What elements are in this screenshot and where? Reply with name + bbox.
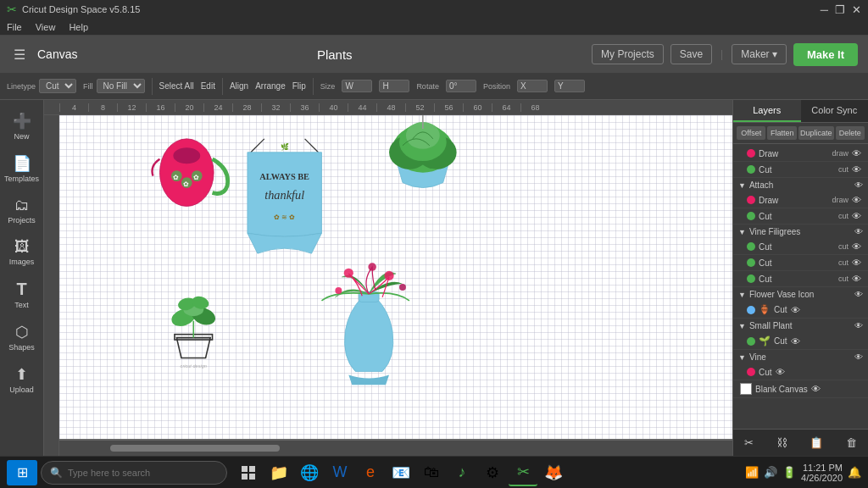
start-button[interactable]: ⊞: [7, 460, 37, 485]
group-visibility-icon[interactable]: 👁: [854, 290, 863, 299]
menu-help[interactable]: Help: [69, 22, 88, 32]
group-header-vine-filigrees[interactable]: ▼ Vine Filigrees 👁: [733, 225, 868, 239]
save-button[interactable]: Save: [670, 44, 712, 64]
close-button[interactable]: ✕: [852, 3, 861, 16]
svg-point-0: [159, 139, 214, 207]
layer-item-cut1[interactable]: Cut cut 👁: [733, 162, 868, 178]
layer-visibility-icon[interactable]: 👁: [852, 274, 861, 284]
x-input[interactable]: [517, 80, 548, 92]
layer-item-cut2[interactable]: Cut cut 👁: [733, 208, 868, 225]
make-it-button[interactable]: Make It: [793, 43, 858, 66]
layer-visibility-icon[interactable]: 👁: [852, 258, 861, 268]
clock-display[interactable]: 11:21 PM 4/26/2020: [801, 463, 843, 483]
layer-visibility-icon[interactable]: 👁: [852, 195, 861, 205]
layer-item-blank-canvas[interactable]: Blank Canvas 👁: [733, 380, 868, 398]
flip-button[interactable]: Flip: [292, 81, 306, 91]
tab-layers[interactable]: Layers: [733, 100, 801, 122]
taskbar-app-spotify[interactable]: ♪: [448, 459, 476, 486]
layer-visibility-icon[interactable]: 👁: [852, 148, 861, 158]
layer-visibility-icon[interactable]: 👁: [791, 305, 800, 315]
height-input[interactable]: [379, 80, 409, 92]
select-all-button[interactable]: Select All: [159, 81, 194, 91]
taskbar-app-word[interactable]: W: [326, 459, 354, 486]
layer-item-cut6[interactable]: 🏺 Cut 👁: [733, 302, 868, 319]
layer-item-cut5[interactable]: Cut cut 👁: [733, 271, 868, 287]
taskbar-app-task-view[interactable]: [234, 459, 263, 486]
canvas-scrollbar-horizontal[interactable]: [59, 441, 732, 456]
network-icon[interactable]: 📶: [745, 466, 759, 479]
layer-item-cut3[interactable]: Cut cut 👁: [733, 239, 868, 255]
edit-button[interactable]: Edit: [201, 81, 215, 91]
search-input[interactable]: [68, 468, 218, 478]
taskbar-app-edge[interactable]: 🌐: [295, 459, 324, 486]
layer-visibility-icon[interactable]: 👁: [791, 336, 800, 347]
panel-bottom-btn1[interactable]: ✂: [744, 436, 754, 449]
rotate-input[interactable]: [446, 80, 476, 92]
layer-item-cut8[interactable]: Cut 👁: [733, 364, 868, 380]
taskbar-apps: 📁 🌐 W e 📧 🛍 ♪ ⚙ ✂ 🦊: [234, 459, 568, 486]
group-header-vine[interactable]: ▼ Vine 👁: [733, 350, 868, 364]
group-header-small-plant[interactable]: ▼ Small Plant 👁: [733, 319, 868, 333]
y-input[interactable]: [554, 80, 585, 92]
menu-file[interactable]: File: [7, 22, 22, 32]
layer-item-cut4[interactable]: Cut cut 👁: [733, 255, 868, 271]
arrange-button[interactable]: Arrange: [255, 81, 286, 91]
group-header-flower-vase[interactable]: ▼ Flower Vase Icon 👁: [733, 287, 868, 302]
layer-item-cut7[interactable]: 🌱 Cut 👁: [733, 333, 868, 350]
my-projects-button[interactable]: My Projects: [592, 44, 664, 64]
sidebar-item-new[interactable]: ➕ New: [3, 107, 42, 146]
sidebar-item-text[interactable]: T Text: [3, 274, 42, 314]
canvas-area[interactable]: 4 8 12 16 20 24 28 32 36 40 44 48 52 56 …: [44, 100, 732, 456]
layer-item-draw1[interactable]: Draw draw 👁: [733, 146, 868, 162]
linetype-select[interactable]: Cut: [39, 79, 76, 93]
taskbar-app-ie[interactable]: e: [356, 459, 385, 486]
volume-icon[interactable]: 🔊: [764, 466, 777, 479]
align-button[interactable]: Align: [230, 81, 248, 91]
maker-dropdown-button[interactable]: Maker ▾: [732, 44, 787, 64]
layer-visibility-icon[interactable]: 👁: [852, 241, 861, 252]
group-header-attach[interactable]: ▼ Attach 👁: [733, 178, 868, 192]
layer-visibility-icon[interactable]: 👁: [852, 211, 861, 221]
hamburger-menu-button[interactable]: ☰: [10, 45, 29, 64]
width-input[interactable]: [342, 80, 372, 92]
taskbar-app-cricut[interactable]: ✂: [509, 459, 537, 486]
sidebar-item-images[interactable]: 🖼 Images: [3, 233, 42, 271]
delete-button[interactable]: Delete: [836, 126, 865, 140]
restore-button[interactable]: ❐: [835, 3, 845, 16]
layer-icon: 🌱: [759, 336, 771, 347]
sidebar-item-templates[interactable]: 📄 Templates: [3, 149, 42, 188]
group-visibility-icon[interactable]: 👁: [854, 321, 863, 330]
fill-select[interactable]: No Fill: [97, 79, 145, 93]
notifications-icon[interactable]: 🔔: [848, 466, 861, 479]
layer-visibility-icon[interactable]: 👁: [852, 164, 861, 175]
taskbar-app-file-explorer[interactable]: 📁: [264, 459, 293, 486]
canvas-grid[interactable]: ✿ ✿ ✿ ALWAYS BE thankful: [59, 115, 732, 439]
offset-button[interactable]: Offset: [737, 126, 765, 140]
layer-item-draw2[interactable]: Draw draw 👁: [733, 192, 868, 208]
layer-visibility-icon[interactable]: 👁: [811, 384, 821, 394]
sidebar-item-upload[interactable]: ⬆ Upload: [3, 360, 42, 399]
minimize-button[interactable]: ─: [821, 3, 828, 16]
sidebar-item-shapes[interactable]: ⬡ Shapes: [3, 318, 42, 357]
taskbar-search[interactable]: 🔍: [41, 461, 227, 485]
group-visibility-icon[interactable]: 👁: [854, 227, 863, 236]
taskbar-app-settings[interactable]: ⚙: [478, 459, 507, 486]
scrollbar-thumb-horizontal[interactable]: [110, 445, 280, 452]
group-visibility-icon[interactable]: 👁: [854, 352, 863, 362]
taskbar-app-store[interactable]: 🛍: [417, 459, 446, 486]
flatten-button[interactable]: Flatten: [767, 126, 796, 140]
panel-bottom-btn3[interactable]: 📋: [810, 436, 823, 449]
taskbar-app-mail[interactable]: 📧: [387, 459, 415, 486]
panel-bottom-btn4[interactable]: 🗑: [846, 436, 857, 449]
menu-view[interactable]: View: [36, 22, 56, 32]
layer-visibility-icon[interactable]: 👁: [776, 367, 785, 377]
sidebar-item-projects[interactable]: 🗂 Projects: [3, 191, 42, 230]
taskbar-app-firefox[interactable]: 🦊: [539, 459, 568, 486]
panel-bottom-toolbar: ✂ ⛓ 📋 🗑: [733, 429, 868, 456]
duplicate-button[interactable]: Duplicate: [798, 126, 834, 140]
group-label: Vine: [749, 352, 766, 362]
tab-color-sync[interactable]: Color Sync: [801, 100, 869, 122]
taskbar-systray: 📶 🔊 🔋 11:21 PM 4/26/2020 🔔: [745, 463, 861, 483]
panel-bottom-btn2[interactable]: ⛓: [776, 436, 787, 449]
group-visibility-icon[interactable]: 👁: [854, 180, 863, 190]
